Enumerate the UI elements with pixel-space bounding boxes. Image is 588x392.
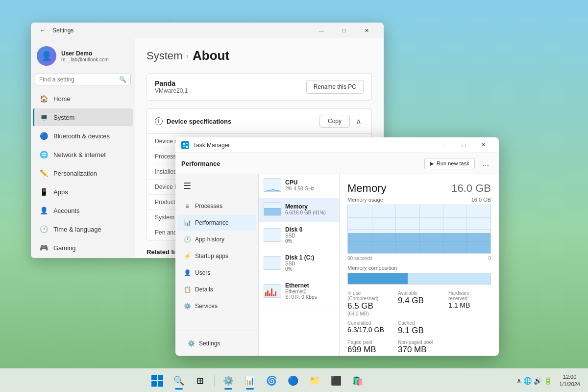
resource-list: CPU 2% 4.50 GHz bbox=[259, 174, 340, 356]
resource-memory[interactable]: Memory 6.6/16.0 GB (41%) bbox=[259, 198, 339, 222]
specs-title: i Device specifications bbox=[155, 117, 231, 125]
taskbar-right: ∧ 🌐 🔊 🔋 12:00 1/1/2024 bbox=[514, 371, 588, 390]
run-icon: ▶ bbox=[430, 160, 434, 167]
breadcrumb-about: About bbox=[193, 48, 229, 63]
collapse-icon[interactable]: ∧ bbox=[354, 117, 364, 126]
sidebar-item-network[interactable]: 🌐 Network & internet bbox=[33, 146, 133, 163]
disk1-info: Disk 1 (C:) SSD0% bbox=[285, 254, 314, 272]
start-button[interactable] bbox=[147, 371, 167, 391]
taskbar-items: 🔍 ⊞ ⚙️ 📊 🌀 🔵 📁 ⬛ bbox=[0, 371, 514, 391]
taskbar: 🔍 ⊞ ⚙️ 📊 🌀 🔵 📁 ⬛ bbox=[0, 368, 588, 392]
taskbar-store[interactable]: 🛍️ bbox=[348, 371, 368, 391]
volume-tray-icon[interactable]: 🔊 bbox=[534, 377, 542, 385]
resource-ethernet[interactable]: Ethernet Ethernet0S: 0 R: 0 Kbps bbox=[259, 278, 339, 306]
resource-cpu[interactable]: CPU 2% 4.50 GHz bbox=[259, 174, 339, 198]
stat-available-label: Available bbox=[398, 290, 441, 296]
performance-icon: 📊 bbox=[183, 219, 191, 227]
copy-button[interactable]: Copy bbox=[319, 115, 350, 128]
hamburger-menu-button[interactable]: ☰ bbox=[177, 176, 197, 196]
taskbar-settings-app[interactable]: ⚙️ bbox=[219, 371, 238, 391]
tm-nav-performance[interactable]: 📊 Performance bbox=[177, 215, 256, 231]
details-icon: 📋 bbox=[183, 286, 191, 293]
sidebar-item-personalization[interactable]: ✏️ Personalization bbox=[33, 164, 133, 182]
search-input[interactable] bbox=[39, 76, 119, 83]
taskbar-taskview[interactable]: ⊞ bbox=[191, 371, 210, 391]
mem-in-use-segment bbox=[348, 273, 408, 284]
resource-cpu-header: CPU 2% 4.50 GHz bbox=[264, 178, 334, 192]
sidebar-item-time[interactable]: 🕐 Time & language bbox=[33, 220, 133, 238]
run-new-task-button[interactable]: ▶ Run new task bbox=[424, 158, 475, 169]
user-profile[interactable]: 👤 User Demo m__lab@outlook.com bbox=[31, 42, 135, 74]
tm-nav-performance-label: Performance bbox=[195, 219, 229, 226]
taskbar-edge[interactable]: 🌀 bbox=[262, 371, 281, 391]
taskbar-taskmanager-app[interactable]: 📊 bbox=[240, 371, 260, 391]
resource-disk1[interactable]: Disk 1 (C:) SSD0% bbox=[259, 250, 339, 278]
memory-total: 16.0 GB bbox=[451, 182, 491, 195]
taskbar-chrome[interactable]: 🔵 bbox=[283, 371, 303, 391]
sidebar-item-home[interactable]: 🏠 Home bbox=[33, 90, 133, 107]
stat-available: Available 9.4 GB bbox=[398, 290, 441, 316]
network-tray-icon[interactable]: 🌐 bbox=[523, 377, 532, 385]
memory-chart bbox=[347, 205, 491, 254]
taskman-body: ☰ ≡ Processes 📊 Performance 🕐 App histor… bbox=[175, 174, 499, 356]
sidebar-item-system[interactable]: 💻 System bbox=[33, 108, 133, 126]
stat-in-use-sub: (64.2 MB) bbox=[347, 311, 390, 316]
tm-nav-apphistory-label: App history bbox=[195, 236, 224, 243]
tm-maximize-button[interactable]: □ bbox=[454, 137, 473, 153]
terminal-icon: ⬛ bbox=[331, 375, 342, 386]
taskbar-clock[interactable]: 12:00 1/1/2024 bbox=[555, 371, 584, 390]
disk0-info: Disk 0 SSD0% bbox=[285, 226, 302, 244]
apps-icon: 📱 bbox=[39, 187, 49, 197]
pc-model: VMware20,1 bbox=[155, 87, 188, 94]
close-button[interactable]: ✕ bbox=[355, 23, 378, 38]
breadcrumb-arrow: › bbox=[186, 52, 189, 60]
tray-expand[interactable]: ∧ bbox=[516, 377, 521, 385]
disk0-sub: SSD0% bbox=[285, 233, 302, 244]
search-box[interactable]: 🔍 bbox=[35, 74, 131, 85]
resource-disk0[interactable]: Disk 0 SSD0% bbox=[259, 222, 339, 250]
tm-nav-apphistory[interactable]: 🕐 App history bbox=[177, 232, 256, 247]
task-manager-window: Task Manager — □ ✕ Performance ▶ Run new… bbox=[175, 137, 499, 356]
tm-nav-services[interactable]: ⚙️ Services bbox=[177, 298, 256, 314]
more-options-button[interactable]: ... bbox=[479, 157, 493, 170]
taskman-header-actions: ▶ Run new task ... bbox=[424, 157, 493, 170]
tm-minimize-button[interactable]: — bbox=[434, 137, 454, 153]
taskman-titlebar: Task Manager — □ ✕ bbox=[175, 137, 499, 153]
tm-nav-settings[interactable]: ⚙️ Settings bbox=[181, 336, 252, 351]
stat-nonpaged-label: Non-paged pool bbox=[398, 340, 441, 345]
disk1-name: Disk 1 (C:) bbox=[285, 254, 314, 261]
stat-paged-label: Paged pool bbox=[347, 340, 390, 345]
taskbar-search-icon: 🔍 bbox=[173, 375, 184, 386]
taskman-header-title: Performance bbox=[181, 160, 220, 167]
services-icon: ⚙️ bbox=[183, 302, 191, 310]
sidebar-item-accounts[interactable]: 👤 Accounts bbox=[33, 202, 133, 219]
maximize-button[interactable]: □ bbox=[333, 23, 355, 38]
stat-paged-value: 699 MB bbox=[347, 345, 390, 355]
tm-nav-details[interactable]: 📋 Details bbox=[177, 282, 256, 297]
system-tray: ∧ 🌐 🔊 🔋 bbox=[514, 377, 554, 385]
sidebar-item-gaming[interactable]: 🎮 Gaming bbox=[33, 239, 133, 257]
tm-nav-startup[interactable]: ⚡ Startup apps bbox=[177, 248, 256, 264]
taskbar-terminal[interactable]: ⬛ bbox=[326, 371, 346, 391]
stat-cached: Cached 9.1 GB bbox=[398, 320, 441, 336]
tm-nav-startup-label: Startup apps bbox=[195, 253, 228, 260]
sidebar-item-bluetooth[interactable]: 🔵 Bluetooth & devices bbox=[33, 127, 133, 145]
minimize-button[interactable]: — bbox=[310, 23, 333, 38]
memory-composition-bar bbox=[347, 273, 491, 285]
disk0-name: Disk 0 bbox=[285, 226, 302, 233]
rename-pc-button[interactable]: Rename this PC bbox=[306, 80, 364, 94]
memory-header: Memory 16.0 GB bbox=[347, 182, 491, 195]
tm-close-button[interactable]: ✕ bbox=[473, 137, 493, 153]
battery-tray-icon[interactable]: 🔋 bbox=[544, 377, 552, 385]
taskman-sidebar: ☰ ≡ Processes 📊 Performance 🕐 App histor… bbox=[175, 174, 259, 356]
back-button[interactable]: ← bbox=[37, 25, 49, 36]
tm-nav-processes[interactable]: ≡ Processes bbox=[177, 198, 256, 214]
taskbar-search[interactable]: 🔍 bbox=[169, 371, 189, 391]
time-icon: 🕐 bbox=[39, 224, 49, 234]
sidebar-item-accessibility[interactable]: ♿ Accessibility bbox=[33, 258, 133, 258]
specs-title-text: Device specifications bbox=[167, 118, 231, 125]
pc-name: Panda bbox=[155, 79, 188, 87]
taskbar-explorer[interactable]: 📁 bbox=[305, 371, 324, 391]
tm-nav-users[interactable]: 👤 Users bbox=[177, 265, 256, 281]
sidebar-item-apps[interactable]: 📱 Apps bbox=[33, 183, 133, 201]
